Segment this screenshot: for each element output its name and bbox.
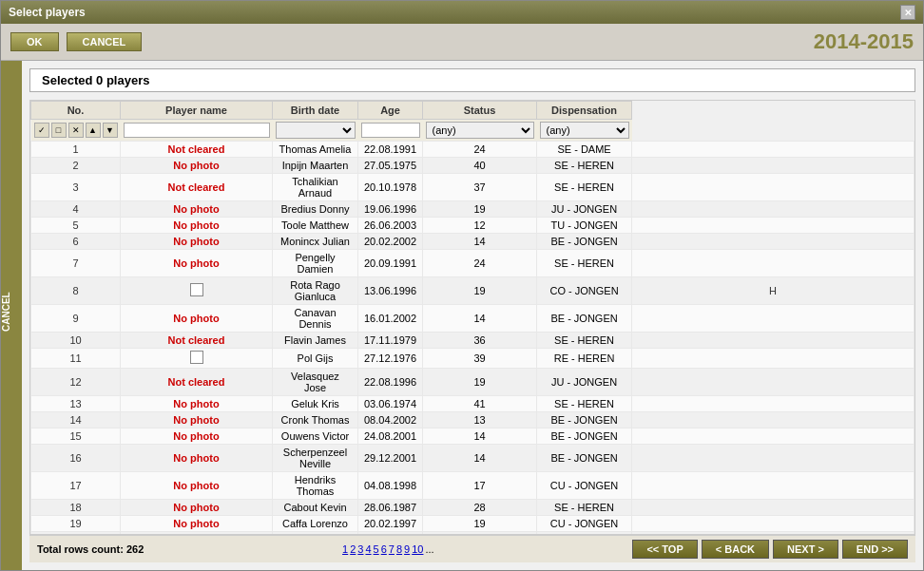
col-header-player: Player name — [121, 102, 273, 120]
name-filter-input[interactable] — [124, 123, 270, 138]
row-birth-date: 19.06.1996 — [358, 201, 423, 218]
table-row[interactable]: 10Not clearedFlavin James17.11.197936SE … — [31, 333, 914, 349]
page-2[interactable]: 2 — [350, 543, 356, 555]
row-birth-date: 20.02.1997 — [358, 516, 423, 532]
top-button[interactable]: << TOP — [632, 540, 697, 559]
row-category: SE - HEREN — [537, 158, 632, 174]
dispensation-filter-select[interactable]: (any) — [540, 122, 629, 139]
page-9[interactable]: 9 — [404, 543, 410, 555]
age-filter-input[interactable] — [361, 123, 420, 138]
row-dispensation — [632, 396, 914, 412]
row-player-name: Toole Matthew — [273, 218, 358, 234]
page-1[interactable]: 1 — [342, 543, 348, 555]
filter-birth-cell — [273, 120, 358, 142]
row-number: 2 — [31, 158, 121, 174]
row-age: 19 — [423, 201, 537, 218]
table-row[interactable]: 12Not clearedVelasquez Jose22.08.199619J… — [31, 369, 914, 396]
players-table: No. Player name Birth date Age Status Di… — [30, 101, 914, 535]
row-dispensation: H — [632, 277, 914, 305]
table-row[interactable]: 17No photoHendriks Thomas04.08.199817CU … — [31, 472, 914, 500]
ok-button[interactable]: OK — [10, 32, 59, 51]
row-category: JU - JONGEN — [537, 369, 632, 396]
row-status-indicator: No photo — [121, 396, 273, 412]
page-6[interactable]: 6 — [381, 543, 387, 555]
birth-filter-select[interactable] — [276, 122, 356, 139]
table-row[interactable]: 19No photoCaffa Lorenzo20.02.199719CU - … — [31, 516, 914, 532]
row-dispensation — [632, 428, 914, 445]
row-number: 14 — [31, 412, 121, 428]
total-rows-label: Total rows count: 262 — [37, 543, 144, 555]
table-row[interactable]: 1Not clearedThomas Amelia22.08.199124SE … — [31, 142, 914, 158]
filter-status-cell: (any) — [423, 120, 537, 142]
end-button[interactable]: END >> — [842, 540, 908, 559]
row-player-name: Ouwens Victor — [273, 428, 358, 445]
row-birth-date: 08.04.2002 — [358, 412, 423, 428]
table-row[interactable]: 16No photoScherpenzeel Neville29.12.2001… — [31, 445, 914, 472]
sort-asc-button[interactable]: ▲ — [86, 123, 101, 138]
row-status-indicator[interactable] — [121, 277, 273, 305]
table-row[interactable]: 6No photoMonincx Julian20.02.200214BE - … — [31, 234, 914, 250]
row-age: 19 — [423, 277, 537, 305]
row-category: SE - HEREN — [537, 500, 632, 516]
close-button[interactable]: ✕ — [900, 5, 915, 20]
row-age: 14 — [423, 234, 537, 250]
row-player-name: Pol Gijs — [273, 349, 358, 369]
row-birth-date: 04.08.1998 — [358, 472, 423, 500]
table-row[interactable]: 14No photoCronk Thomas08.04.200213BE - J… — [31, 412, 914, 428]
row-dispensation — [632, 305, 914, 333]
row-age: 24 — [423, 142, 537, 158]
table-row[interactable]: 18No photoCabout Kevin28.06.198728SE - H… — [31, 500, 914, 516]
row-status-indicator: No photo — [121, 428, 273, 445]
page-5[interactable]: 5 — [374, 543, 379, 555]
page-7[interactable]: 7 — [389, 543, 395, 555]
row-player-name: Pengelly Damien — [273, 250, 358, 277]
row-age: 36 — [423, 333, 537, 349]
filter-clear-icon[interactable]: ✕ — [68, 123, 84, 138]
row-age: 12 — [423, 218, 537, 234]
row-age: 14 — [423, 445, 537, 472]
row-status-indicator[interactable] — [121, 349, 273, 369]
table-container: No. Player name Birth date Age Status Di… — [29, 100, 915, 535]
table-row[interactable]: 2No photoInpijn Maarten27.05.197540SE - … — [31, 158, 914, 174]
row-birth-date: 26.06.2003 — [358, 218, 423, 234]
row-player-name: Cronk Thomas — [273, 412, 358, 428]
page-8[interactable]: 8 — [396, 543, 402, 555]
deselect-all-icon[interactable]: □ — [51, 123, 67, 138]
row-status-indicator: Not cleared — [121, 333, 273, 349]
footer: Total rows count: 262 1 2 3 4 5 6 7 8 9 … — [29, 535, 915, 562]
row-checkbox[interactable] — [190, 351, 203, 364]
table-row[interactable]: 9No photoCanavan Dennis16.01.200214BE - … — [31, 305, 914, 333]
table-row[interactable]: 3Not clearedTchalikian Arnaud20.10.19783… — [31, 174, 914, 201]
filter-dispensation-cell: (any) — [537, 120, 632, 142]
select-all-icon[interactable]: ✓ — [34, 123, 49, 138]
page-4[interactable]: 4 — [365, 543, 371, 555]
table-row[interactable]: 8Rota Rago Gianluca13.06.199619CO - JONG… — [31, 277, 914, 305]
pagination-pages: 1 2 3 4 5 6 7 8 9 10 ... — [342, 543, 434, 555]
side-cancel-button[interactable]: CANCEL — [1, 61, 22, 570]
row-number: 7 — [31, 250, 121, 277]
page-10[interactable]: 10 — [412, 543, 423, 555]
status-filter-select[interactable]: (any) — [426, 122, 534, 139]
table-row[interactable]: 4No photoBredius Donny19.06.199619JU - J… — [31, 201, 914, 218]
table-row[interactable]: 13No photoGeluk Kris03.06.197441SE - HER… — [31, 396, 914, 412]
row-checkbox[interactable] — [190, 283, 203, 296]
col-header-dispensation: Dispensation — [537, 102, 632, 120]
row-number: 16 — [31, 445, 121, 472]
row-age: 39 — [423, 349, 537, 369]
next-button[interactable]: NEXT > — [773, 540, 838, 559]
table-row[interactable]: 15No photoOuwens Victor24.08.200114BE - … — [31, 428, 914, 445]
row-player-name: Canavan Dennis — [273, 305, 358, 333]
table-row[interactable]: 11Pol Gijs27.12.197639RE - HEREN — [31, 349, 914, 369]
sort-desc-button[interactable]: ▼ — [103, 123, 118, 138]
table-row[interactable]: 7No photoPengelly Damien20.09.199124SE -… — [31, 250, 914, 277]
row-category: TU - JONGEN — [537, 218, 632, 234]
row-dispensation — [632, 218, 914, 234]
back-button[interactable]: < BACK — [702, 540, 769, 559]
title-bar: Select players ✕ — [1, 1, 923, 24]
page-3[interactable]: 3 — [357, 543, 363, 555]
row-player-name: Caffa Lorenzo — [273, 516, 358, 532]
table-row[interactable]: 5No photoToole Matthew26.06.200312TU - J… — [31, 218, 914, 234]
cancel-button[interactable]: CANCEL — [67, 32, 143, 51]
row-player-name: Scherpenzeel Neville — [273, 445, 358, 472]
row-number: 4 — [31, 201, 121, 218]
